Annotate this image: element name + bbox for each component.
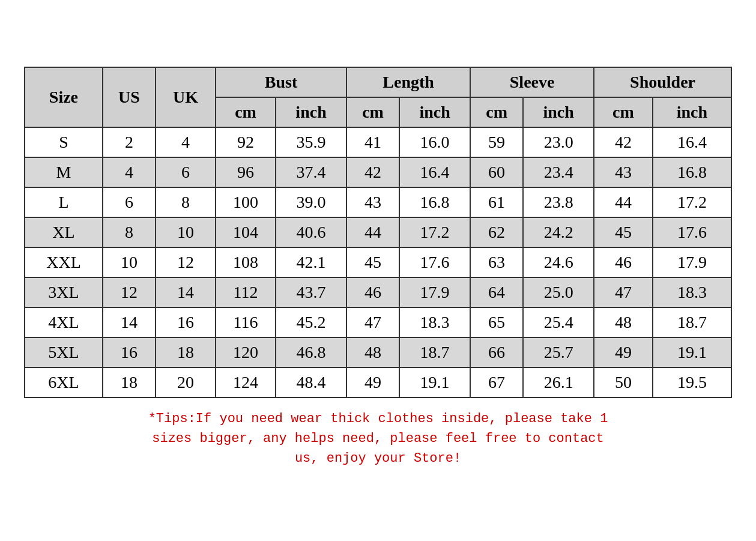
table-row: M469637.44216.46023.44316.8	[25, 157, 731, 187]
table-cell: 18.3	[653, 277, 731, 307]
size-table: Size US UK Bust Length Sleeve Shoulder c…	[24, 67, 732, 398]
size-header: Size	[25, 67, 103, 127]
table-cell: M	[25, 157, 103, 187]
table-cell: 5XL	[25, 337, 103, 367]
table-cell: 17.6	[653, 217, 731, 247]
table-cell: 66	[470, 337, 523, 367]
table-cell: 48	[594, 307, 653, 337]
table-cell: 4XL	[25, 307, 103, 337]
table-cell: 2	[103, 127, 156, 157]
table-cell: 24.6	[523, 247, 594, 277]
table-cell: 3XL	[25, 277, 103, 307]
table-cell: 23.0	[523, 127, 594, 157]
table-row: XL81010440.64417.26224.24517.6	[25, 217, 731, 247]
table-cell: 8	[103, 217, 156, 247]
sleeve-header: Sleeve	[470, 67, 594, 97]
uk-header: UK	[156, 67, 216, 127]
table-cell: 45	[594, 217, 653, 247]
tips-line1: *Tips:If you need wear thick clothes ins…	[24, 409, 732, 429]
shoulder-header: Shoulder	[594, 67, 731, 97]
table-cell: 96	[216, 157, 276, 187]
table-cell: 16.8	[653, 157, 731, 187]
table-cell: 23.4	[523, 157, 594, 187]
table-row: XXL101210842.14517.66324.64617.9	[25, 247, 731, 277]
table-cell: 42	[346, 157, 399, 187]
table-cell: 46	[594, 247, 653, 277]
table-cell: 48.4	[276, 367, 346, 397]
table-cell: 50	[594, 367, 653, 397]
table-row: 3XL121411243.74617.96425.04718.3	[25, 277, 731, 307]
table-cell: XL	[25, 217, 103, 247]
table-cell: 16	[103, 337, 156, 367]
table-cell: 18.7	[653, 307, 731, 337]
table-cell: 45.2	[276, 307, 346, 337]
table-cell: 16	[156, 307, 216, 337]
table-cell: 46.8	[276, 337, 346, 367]
us-header: US	[103, 67, 156, 127]
table-cell: 8	[156, 187, 216, 217]
table-row: 4XL141611645.24718.36525.44818.7	[25, 307, 731, 337]
table-cell: 44	[594, 187, 653, 217]
tips-line3: us, enjoy your Store!	[24, 449, 732, 468]
table-cell: 65	[470, 307, 523, 337]
table-row: S249235.94116.05923.04216.4	[25, 127, 731, 157]
table-cell: 35.9	[276, 127, 346, 157]
table-cell: 116	[216, 307, 276, 337]
table-cell: 23.8	[523, 187, 594, 217]
table-cell: 12	[103, 277, 156, 307]
table-cell: 25.4	[523, 307, 594, 337]
length-cm-header: cm	[346, 97, 399, 127]
table-cell: 16.8	[399, 187, 470, 217]
table-cell: 18.3	[399, 307, 470, 337]
table-cell: 26.1	[523, 367, 594, 397]
table-cell: 124	[216, 367, 276, 397]
table-cell: 25.0	[523, 277, 594, 307]
table-cell: 47	[346, 307, 399, 337]
table-cell: 39.0	[276, 187, 346, 217]
table-cell: 62	[470, 217, 523, 247]
table-row: L6810039.04316.86123.84417.2	[25, 187, 731, 217]
table-cell: 44	[346, 217, 399, 247]
table-cell: 24.2	[523, 217, 594, 247]
table-cell: 49	[346, 367, 399, 397]
table-cell: 4	[156, 127, 216, 157]
table-cell: 41	[346, 127, 399, 157]
sleeve-cm-header: cm	[470, 97, 523, 127]
table-cell: 108	[216, 247, 276, 277]
table-cell: 18.7	[399, 337, 470, 367]
table-cell: 14	[103, 307, 156, 337]
table-cell: 48	[346, 337, 399, 367]
table-cell: 92	[216, 127, 276, 157]
table-cell: 45	[346, 247, 399, 277]
table-cell: 63	[470, 247, 523, 277]
table-cell: 17.9	[653, 247, 731, 277]
table-cell: 19.1	[399, 367, 470, 397]
table-cell: 17.2	[653, 187, 731, 217]
table-cell: 25.7	[523, 337, 594, 367]
table-row: 6XL182012448.44919.16726.15019.5	[25, 367, 731, 397]
table-cell: 43.7	[276, 277, 346, 307]
size-chart-container: Size US UK Bust Length Sleeve Shoulder c…	[12, 55, 744, 486]
table-cell: 59	[470, 127, 523, 157]
table-cell: L	[25, 187, 103, 217]
table-row: 5XL161812046.84818.76625.74919.1	[25, 337, 731, 367]
table-cell: 12	[156, 247, 216, 277]
shoulder-cm-header: cm	[594, 97, 653, 127]
table-cell: 61	[470, 187, 523, 217]
table-cell: 18	[103, 367, 156, 397]
table-cell: 10	[103, 247, 156, 277]
table-cell: S	[25, 127, 103, 157]
table-cell: 10	[156, 217, 216, 247]
length-header: Length	[346, 67, 470, 97]
table-cell: 49	[594, 337, 653, 367]
bust-inch-header: inch	[276, 97, 346, 127]
table-cell: 6	[156, 157, 216, 187]
table-cell: 40.6	[276, 217, 346, 247]
table-cell: 17.6	[399, 247, 470, 277]
table-cell: 19.1	[653, 337, 731, 367]
table-cell: 60	[470, 157, 523, 187]
table-cell: XXL	[25, 247, 103, 277]
tips-line2: sizes bigger, any helps need, please fee…	[24, 429, 732, 449]
table-cell: 100	[216, 187, 276, 217]
table-cell: 37.4	[276, 157, 346, 187]
